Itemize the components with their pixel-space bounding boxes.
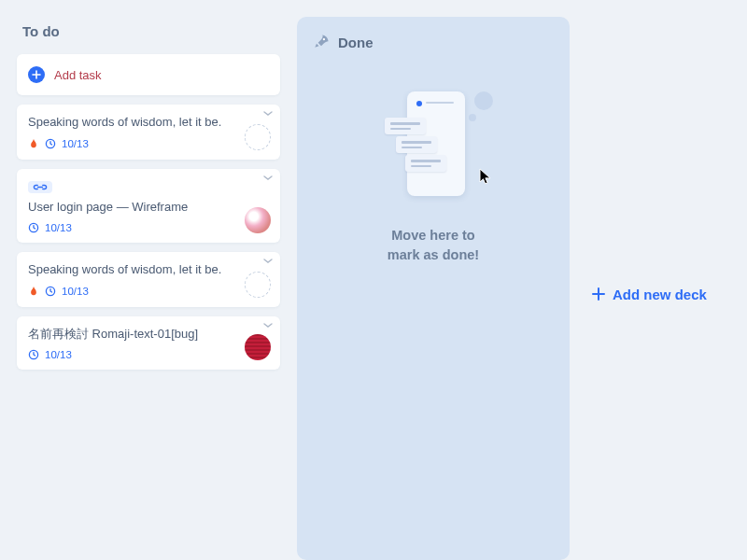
task-card[interactable]: Speaking words of wisdom, let it be. 10/… <box>17 105 280 160</box>
task-title: 名前再検討 Romaji-text-01[bug] <box>28 326 269 343</box>
kanban-board: To do Add task Speaking words of wisdom,… <box>0 0 747 560</box>
clock-icon <box>28 349 39 360</box>
task-date: 10/13 <box>45 222 72 233</box>
add-task-button[interactable]: Add task <box>17 54 280 95</box>
flame-icon <box>28 286 39 298</box>
clock-icon <box>28 222 39 233</box>
task-meta: 10/13 <box>28 349 269 360</box>
column-todo: To do Add task Speaking words of wisdom,… <box>17 17 280 560</box>
chevron-down-icon[interactable] <box>263 258 273 265</box>
flame-icon <box>28 138 39 150</box>
task-meta: 10/13 <box>28 286 269 298</box>
assignee-placeholder-icon[interactable] <box>245 124 271 150</box>
chevron-down-icon[interactable] <box>263 322 273 329</box>
svg-point-4 <box>323 38 325 40</box>
chevron-down-icon[interactable] <box>263 175 273 182</box>
empty-state-text: Move here to mark as done! <box>388 226 479 265</box>
column-header-todo: To do <box>17 17 280 54</box>
add-deck-label: Add new deck <box>613 287 707 302</box>
assignee-avatar[interactable] <box>245 334 271 360</box>
task-date: 10/13 <box>62 286 89 297</box>
empty-line-1: Move here to <box>391 228 474 243</box>
task-card[interactable]: 名前再検討 Romaji-text-01[bug] 10/13 <box>17 316 280 371</box>
task-date: 10/13 <box>45 349 72 360</box>
task-date: 10/13 <box>62 138 89 149</box>
add-task-label: Add task <box>54 68 102 82</box>
column-title: Done <box>338 35 374 50</box>
empty-illustration-icon <box>377 91 489 203</box>
clock-icon <box>45 286 56 297</box>
task-title: User login page — Wireframe <box>28 199 269 216</box>
task-card[interactable]: User login page — Wireframe 10/13 <box>17 169 280 244</box>
empty-line-2: mark as done! <box>388 245 479 265</box>
chevron-down-icon[interactable] <box>263 110 273 118</box>
task-card[interactable]: Speaking words of wisdom, let it be. 10/… <box>17 252 280 307</box>
task-meta: 10/13 <box>28 138 269 150</box>
clock-icon <box>45 138 56 149</box>
column-title: To do <box>22 23 60 39</box>
assignee-placeholder-icon[interactable] <box>245 272 271 298</box>
plus-circle-icon <box>28 66 45 83</box>
task-meta: 10/13 <box>28 222 269 233</box>
column-done[interactable]: Done <box>297 17 570 560</box>
rocket-icon <box>312 33 331 51</box>
link-icon <box>28 181 52 193</box>
column-header-done: Done <box>310 28 557 65</box>
assignee-avatar[interactable] <box>245 207 271 233</box>
add-deck-button[interactable]: Add new deck <box>586 17 707 560</box>
task-title: Speaking words of wisdom, let it be. <box>28 261 269 278</box>
empty-state: Move here to mark as done! <box>310 65 557 265</box>
plus-icon <box>592 287 605 301</box>
task-title: Speaking words of wisdom, let it be. <box>28 114 269 131</box>
